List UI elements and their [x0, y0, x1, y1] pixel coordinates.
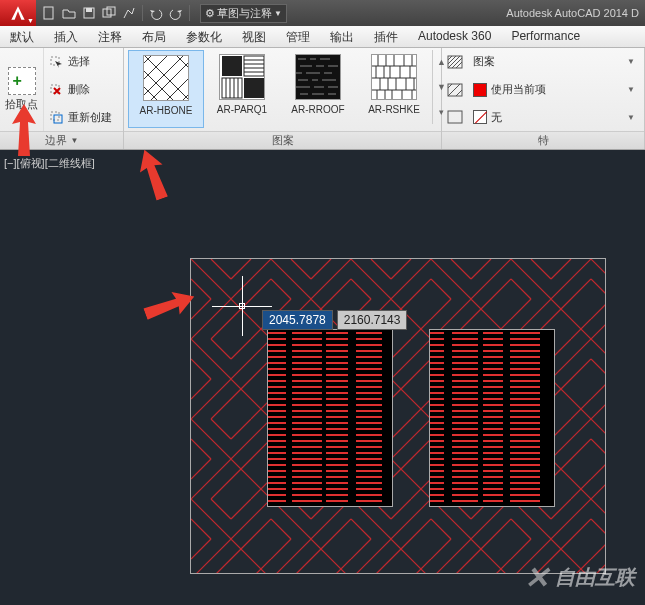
app-logo[interactable]: ▼	[0, 0, 36, 26]
delete-icon	[48, 82, 64, 98]
select-boundary-button[interactable]: 选择	[44, 48, 123, 76]
svg-rect-8	[54, 115, 62, 123]
qat-plot-icon[interactable]	[120, 4, 138, 22]
panel-boundary-title[interactable]: 边界▼	[0, 131, 123, 149]
chevron-down-icon: ▼	[627, 57, 635, 66]
tab-annotate[interactable]: 注释	[88, 26, 132, 47]
qat-new-icon[interactable]	[40, 4, 58, 22]
pick-points-label: 拾取点	[5, 97, 38, 112]
pick-points-icon: +	[8, 67, 36, 95]
panel-pattern: AR-HBONE AR-PARQ1 AR-RROOF AR-RSHKE ▲ ▼	[124, 48, 442, 149]
panel-properties: 图案▼ 使用当前项▼ 无▼ 特	[442, 48, 645, 149]
svg-rect-11	[244, 56, 264, 76]
qat-redo-icon[interactable]	[167, 4, 185, 22]
svg-rect-7	[51, 112, 59, 120]
parq1-thumb-icon	[219, 54, 265, 100]
tab-default[interactable]: 默认	[0, 26, 44, 47]
tab-performance[interactable]: Performance	[501, 26, 590, 47]
tab-layout[interactable]: 布局	[132, 26, 176, 47]
select-icon	[48, 54, 64, 70]
hatch-bg-icon	[446, 109, 464, 125]
hatch-color-combo[interactable]: 使用当前项▼	[468, 80, 640, 99]
tab-plugins[interactable]: 插件	[364, 26, 408, 47]
color-swatch-red-icon	[473, 83, 487, 97]
svg-rect-12	[222, 78, 242, 98]
svg-rect-9	[222, 56, 242, 76]
pick-points-button[interactable]: + 拾取点	[0, 48, 44, 131]
coordinate-input: 2045.7878 2160.7143	[262, 310, 407, 330]
panel-properties-title[interactable]: 特	[442, 131, 644, 149]
app-menu-chevron-icon: ▼	[27, 17, 34, 24]
delete-boundary-button[interactable]: 删除	[44, 76, 123, 104]
qat-save-icon[interactable]	[80, 4, 98, 22]
pattern-swatch-ar-rshke[interactable]: AR-RSHKE	[356, 50, 432, 128]
tab-parametric[interactable]: 参数化	[176, 26, 232, 47]
hatch-boundary-rect	[190, 258, 606, 574]
panel-pattern-title[interactable]: 图案	[124, 131, 441, 149]
qat-open-icon[interactable]	[60, 4, 78, 22]
svg-rect-2	[86, 8, 92, 12]
hatched-rect-1	[267, 329, 393, 507]
hbone-thumb-icon	[143, 55, 189, 101]
svg-rect-20	[430, 330, 554, 506]
svg-rect-10	[244, 78, 264, 98]
hatch-type-combo[interactable]: 图案▼	[468, 52, 640, 71]
gear-icon: ⚙	[205, 7, 215, 20]
tab-autodesk360[interactable]: Autodesk 360	[408, 26, 501, 47]
svg-rect-18	[268, 330, 392, 506]
drawing-canvas[interactable]: [−][俯视][二维线框] 2045.7878 2160.7143 ✕	[0, 150, 645, 605]
qat-saveas-icon[interactable]	[100, 4, 118, 22]
svg-rect-15	[448, 111, 462, 123]
pattern-swatch-ar-rroof[interactable]: AR-RROOF	[280, 50, 356, 128]
tab-output[interactable]: 输出	[320, 26, 364, 47]
chevron-down-icon: ▼	[274, 9, 282, 18]
recreate-icon	[48, 109, 64, 125]
coord-y-input[interactable]: 2160.7143	[337, 310, 408, 330]
pattern-swatch-ar-hbone[interactable]: AR-HBONE	[128, 50, 204, 128]
watermark: ✕ 自由互联	[524, 560, 635, 595]
rroof-thumb-icon	[295, 54, 341, 100]
menubar: 默认 插入 注释 布局 参数化 视图 管理 输出 插件 Autodesk 360…	[0, 26, 645, 48]
chevron-down-icon: ▼	[627, 113, 635, 122]
rshke-thumb-icon	[371, 54, 417, 100]
workspace-label: 草图与注释	[217, 6, 272, 21]
pattern-swatch-ar-parq1[interactable]: AR-PARQ1	[204, 50, 280, 128]
qat-undo-icon[interactable]	[147, 4, 165, 22]
workspace-combo[interactable]: ⚙ 草图与注释 ▼	[200, 4, 287, 23]
hatch-color-icon	[446, 82, 464, 98]
hatched-rect-2	[429, 329, 555, 507]
viewport-label[interactable]: [−][俯视][二维线框]	[4, 156, 95, 171]
tab-manage[interactable]: 管理	[276, 26, 320, 47]
watermark-x-icon: ✕	[524, 560, 549, 595]
hatch-bg-combo[interactable]: 无▼	[468, 108, 640, 127]
hatch-type-icon	[446, 54, 464, 70]
svg-rect-0	[44, 7, 53, 19]
quick-access-toolbar	[36, 4, 196, 22]
tab-insert[interactable]: 插入	[44, 26, 88, 47]
panel-boundary: + 拾取点 选择 删除 重新创建 边界▼	[0, 48, 124, 149]
recreate-boundary-button[interactable]: 重新创建	[44, 103, 123, 131]
coord-x-input[interactable]: 2045.7878	[262, 310, 333, 330]
window-title: Autodesk AutoCAD 2014 D	[506, 7, 639, 19]
chevron-down-icon: ▼	[627, 85, 635, 94]
tab-view[interactable]: 视图	[232, 26, 276, 47]
color-swatch-none-icon	[473, 110, 487, 124]
chevron-down-icon: ▼	[71, 136, 79, 145]
